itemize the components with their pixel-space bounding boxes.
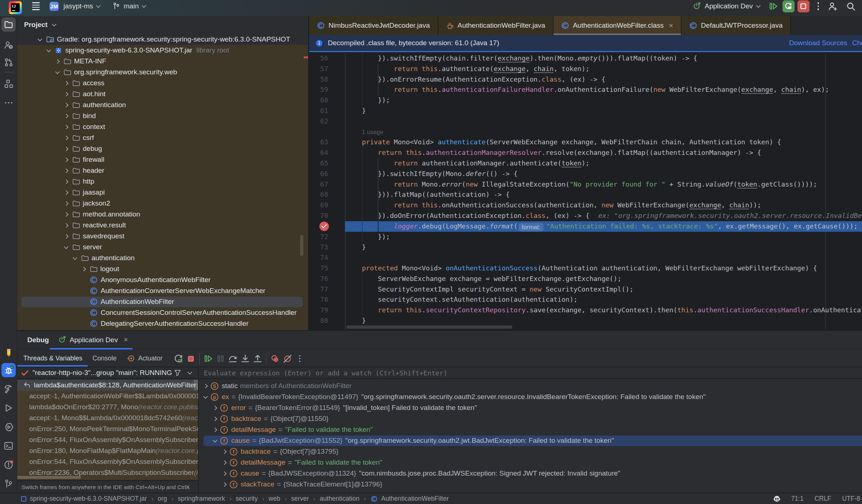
filter-icon[interactable] bbox=[174, 369, 182, 377]
chevron-collapsed-icon[interactable] bbox=[213, 406, 217, 410]
tree-item-org.springframework.security.web[interactable]: org.springframework.security.web bbox=[17, 67, 308, 78]
code-editor[interactable]: 56 }).switchIfEmpty(chain.filter(exchang… bbox=[309, 53, 862, 330]
variable-row-static[interactable]: Sstaticmembers of AuthenticationWebFilte… bbox=[199, 380, 862, 391]
variable-row-stackTrace[interactable]: fstackTrace={StackTraceElement[1]@13796} bbox=[199, 479, 862, 490]
tree-item-header[interactable]: header bbox=[17, 165, 308, 176]
tab-console[interactable]: Console bbox=[88, 350, 121, 367]
chevron-expanded-icon[interactable] bbox=[64, 244, 69, 249]
tree-item-delegatingserverauthenticationsuccesshandler[interactable]: DelegatingServerAuthenticationSuccessHan… bbox=[17, 318, 308, 329]
stop-process-button[interactable] bbox=[185, 352, 197, 365]
close-icon[interactable]: × bbox=[124, 336, 128, 344]
chevron-collapsed-icon[interactable] bbox=[222, 449, 227, 454]
breadcrumb-item[interactable]: AuthenticationWebFilter bbox=[381, 495, 449, 503]
chevron-collapsed-icon[interactable] bbox=[222, 460, 227, 465]
tree-item-logout[interactable]: logout bbox=[17, 263, 308, 274]
stripe-problems-button[interactable] bbox=[1, 458, 16, 472]
file-encoding[interactable]: UTF-8 bbox=[842, 495, 860, 503]
breadcrumb-item[interactable]: org bbox=[158, 495, 167, 503]
step-out-button[interactable] bbox=[252, 352, 264, 365]
stack-frame[interactable]: onError:250, MonoPeekTerminal$MonoTermin… bbox=[17, 423, 198, 434]
chevron-collapsed-icon[interactable] bbox=[64, 81, 69, 86]
editor-tab-authenticationwebfilter-java[interactable]: AuthenticationWebFilter.java bbox=[438, 16, 554, 35]
frames-horizontal-scrollbar[interactable] bbox=[17, 476, 81, 479]
variable-row-cause[interactable]: fcause={BadJwtException@11552}"org.sprin… bbox=[199, 435, 862, 446]
chevron-collapsed-icon[interactable] bbox=[64, 212, 69, 217]
line-number[interactable]: 56 bbox=[309, 53, 328, 64]
stack-frame[interactable]: accept:-1, Mono$$Lambda/0x0000018dc5742e… bbox=[17, 413, 198, 423]
line-number[interactable]: 65 bbox=[309, 158, 328, 169]
choose-sources-link[interactable]: Choose Sources... bbox=[852, 39, 862, 47]
stripe-project-button[interactable] bbox=[1, 17, 16, 32]
breadcrumb-item[interactable]: authentication bbox=[320, 495, 360, 503]
line-number[interactable]: 64 bbox=[309, 148, 328, 158]
chevron-expanded-icon[interactable] bbox=[46, 47, 51, 52]
caret-position[interactable]: 71:1 bbox=[791, 495, 804, 503]
line-number[interactable]: 61 bbox=[309, 106, 328, 116]
tree-item-authentication[interactable]: authentication bbox=[17, 99, 308, 110]
chevron-collapsed-icon[interactable] bbox=[203, 384, 208, 388]
line-number[interactable]: 74 bbox=[309, 253, 328, 263]
close-icon[interactable]: × bbox=[186, 483, 190, 491]
chevron-collapsed-icon[interactable] bbox=[64, 157, 69, 162]
tree-item-gradle-org.springframework.security-spring-security-web-6.3.0-snapshot[interactable]: Gradle: org.springframework.security:spr… bbox=[17, 34, 308, 45]
chevron-collapsed-icon[interactable] bbox=[64, 201, 69, 206]
tree-item-meta-inf[interactable]: META-INF bbox=[17, 56, 308, 67]
debug-session-tab[interactable]: Application Dev × bbox=[51, 331, 132, 349]
chevron-collapsed-icon[interactable] bbox=[64, 179, 69, 184]
tree-item-aot.hint[interactable]: aot.hint bbox=[17, 89, 308, 99]
line-number[interactable]: 76 bbox=[309, 274, 328, 284]
chevron-collapsed-icon[interactable] bbox=[64, 92, 69, 97]
usages-inlay-hint[interactable]: 1 usage bbox=[362, 127, 384, 137]
stripe-build-button[interactable] bbox=[1, 382, 16, 396]
stop-button[interactable] bbox=[797, 0, 809, 12]
tree-item-savedrequest[interactable]: savedrequest bbox=[17, 231, 308, 242]
stack-frame[interactable]: onError:544, FluxOnAssembly$OnAssemblySu… bbox=[17, 456, 198, 467]
tree-item-server[interactable]: server bbox=[17, 242, 308, 253]
chevron-expanded-icon[interactable] bbox=[38, 36, 42, 41]
breakpoint-icon[interactable] bbox=[319, 222, 329, 231]
variable-row-error[interactable]: ferror={BearerTokenError@11549}"[invalid… bbox=[199, 402, 862, 413]
main-menu-icon[interactable] bbox=[32, 1, 40, 11]
chevron-expanded-icon[interactable] bbox=[55, 69, 60, 74]
frames-scrollbar-thumb[interactable] bbox=[194, 380, 198, 390]
stripe-git-button[interactable] bbox=[1, 477, 16, 491]
variable-row-backtrace[interactable]: fbacktrace={Object[7]@11550} bbox=[199, 413, 862, 424]
line-number[interactable]: 59 bbox=[309, 85, 328, 95]
chevron-down-icon[interactable] bbox=[187, 370, 192, 375]
line-number[interactable]: 69 bbox=[309, 200, 328, 211]
tree-item-concurrentsessioncontrolserverauthenticationsuccesshandler[interactable]: ConcurrentSessionControlServerAuthentica… bbox=[17, 307, 308, 318]
mute-breakpoints-button[interactable] bbox=[281, 352, 294, 365]
line-number[interactable]: 63 bbox=[309, 137, 328, 148]
tree-item-firewall[interactable]: firewall bbox=[17, 154, 308, 165]
stripe-terminal-button[interactable] bbox=[1, 439, 16, 453]
project-panel-header[interactable]: Project bbox=[17, 16, 308, 34]
variable-row-cause[interactable]: fcause={BadJWSException@11324}"com.nimbu… bbox=[199, 468, 862, 479]
line-number[interactable]: 60 bbox=[309, 95, 328, 106]
chevron-collapsed-icon[interactable] bbox=[222, 471, 227, 476]
variable-row-detailMessage[interactable]: fdetailMessage="Failed to validate the t… bbox=[199, 457, 862, 468]
line-number[interactable]: 79 bbox=[309, 305, 328, 316]
tree-item-anonymousauthenticationwebfilter[interactable]: AnonymousAuthenticationWebFilter bbox=[17, 274, 308, 285]
github-copilot-icon[interactable] bbox=[773, 495, 781, 503]
chevron-collapsed-icon[interactable] bbox=[81, 267, 86, 271]
stripe-pull-requests-button[interactable] bbox=[1, 55, 16, 69]
breadcrumb-item[interactable]: spring-security-web-6.3.0-SNAPSHOT.jar bbox=[30, 495, 147, 503]
vcs-widget[interactable]: main bbox=[112, 2, 147, 10]
line-number[interactable]: 58 bbox=[309, 74, 328, 85]
project-scrollbar-thumb[interactable] bbox=[300, 235, 303, 256]
editor-tab-authenticationwebfilter-class[interactable]: AuthenticationWebFilter.class× bbox=[554, 16, 682, 35]
tree-item-csrf[interactable]: csrf bbox=[17, 132, 308, 143]
chevron-collapsed-icon[interactable] bbox=[213, 417, 217, 421]
chevron-collapsed-icon[interactable] bbox=[64, 190, 69, 195]
stripe-structure-button[interactable] bbox=[1, 77, 16, 91]
stack-frame[interactable]: onError:544, FluxOnAssembly$OnAssemblySu… bbox=[17, 434, 198, 445]
chevron-expanded-icon[interactable] bbox=[73, 255, 77, 260]
debug-more-icon[interactable] bbox=[294, 352, 306, 365]
run-configuration-selector[interactable]: Application Dev bbox=[692, 2, 761, 11]
breadcrumb-item[interactable]: server bbox=[291, 495, 309, 503]
line-number[interactable]: 72 bbox=[309, 232, 328, 242]
step-into-button[interactable] bbox=[239, 352, 252, 365]
tree-item-authenticationconverterserverwebexchangematcher[interactable]: AuthenticationConverterServerWebExchange… bbox=[17, 285, 308, 296]
evaluate-expression-input[interactable]: Evaluate expression (Enter) or add a wat… bbox=[199, 367, 862, 378]
line-number[interactable]: 66 bbox=[309, 169, 328, 179]
